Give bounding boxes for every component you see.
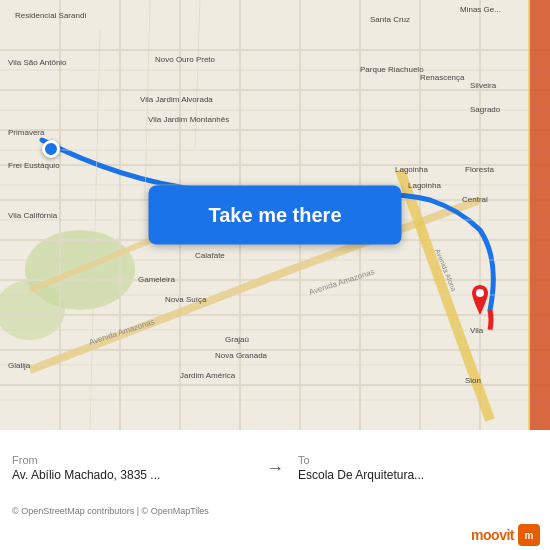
svg-text:m: m xyxy=(525,530,534,541)
map-container: Avenida Amazonas Avenida Amazonas Avenid… xyxy=(0,0,550,430)
origin-info: From Av. Abílio Machado, 3835 ... xyxy=(12,440,252,496)
origin-marker xyxy=(42,140,60,158)
moovit-logo: moovit m xyxy=(471,524,540,546)
svg-text:Calafate: Calafate xyxy=(195,251,225,260)
take-me-there-button[interactable]: Take me there xyxy=(148,186,401,245)
svg-text:Grajaú: Grajaú xyxy=(225,335,249,344)
svg-text:Vila São Antônio: Vila São Antônio xyxy=(8,58,67,67)
svg-text:Sagrado: Sagrado xyxy=(470,105,501,114)
svg-text:Silveira: Silveira xyxy=(470,81,497,90)
svg-text:Lagoinha: Lagoinha xyxy=(395,165,428,174)
svg-text:Sion: Sion xyxy=(465,376,481,385)
svg-text:Frei Eustáquio: Frei Eustáquio xyxy=(8,161,60,170)
destination-marker xyxy=(468,285,492,315)
route-info: From Av. Abílio Machado, 3835 ... → To E… xyxy=(0,430,550,502)
svg-text:Parque Riachuelo: Parque Riachuelo xyxy=(360,65,424,74)
svg-text:Vila Jardim Alvorada: Vila Jardim Alvorada xyxy=(140,95,213,104)
svg-text:Nova Granada: Nova Granada xyxy=(215,351,268,360)
bottom-bar: From Av. Abílio Machado, 3835 ... → To E… xyxy=(0,430,550,550)
destination-label: To xyxy=(298,454,538,466)
svg-text:Nova Suíça: Nova Suíça xyxy=(165,295,207,304)
origin-label: From xyxy=(12,454,252,466)
svg-rect-43 xyxy=(530,0,550,430)
svg-text:Lagoinha: Lagoinha xyxy=(408,181,441,190)
svg-text:Floresta: Floresta xyxy=(465,165,494,174)
destination-name: Escola De Arquitetura... xyxy=(298,468,538,482)
svg-point-73 xyxy=(476,289,484,297)
svg-text:Vila Califórnia: Vila Califórnia xyxy=(8,211,58,220)
svg-text:Novo Ouro Preto: Novo Ouro Preto xyxy=(155,55,216,64)
svg-text:Vila Jardim Montanhês: Vila Jardim Montanhês xyxy=(148,115,229,124)
origin-name: Av. Abílio Machado, 3835 ... xyxy=(12,468,252,482)
svg-text:Glalija: Glalija xyxy=(8,361,31,370)
moovit-brand-text: moovit xyxy=(471,527,514,543)
svg-text:Central: Central xyxy=(462,195,488,204)
moovit-bar: moovit m xyxy=(0,520,550,550)
svg-text:Vila: Vila xyxy=(470,326,484,335)
svg-text:Primavera: Primavera xyxy=(8,128,45,137)
destination-info: To Escola De Arquitetura... xyxy=(298,440,538,496)
moovit-icon: m xyxy=(518,524,540,546)
map-attribution: © OpenStreetMap contributors | © OpenMap… xyxy=(0,502,550,520)
svg-text:Jardim América: Jardim América xyxy=(180,371,236,380)
svg-text:Minas Ge...: Minas Ge... xyxy=(460,5,501,14)
app: Avenida Amazonas Avenida Amazonas Avenid… xyxy=(0,0,550,550)
svg-text:Santa Cruz: Santa Cruz xyxy=(370,15,410,24)
svg-text:Renascença: Renascença xyxy=(420,73,465,82)
svg-text:Residencial Sarandí: Residencial Sarandí xyxy=(15,11,87,20)
svg-text:Gameleira: Gameleira xyxy=(138,275,175,284)
route-arrow: → xyxy=(262,440,288,496)
